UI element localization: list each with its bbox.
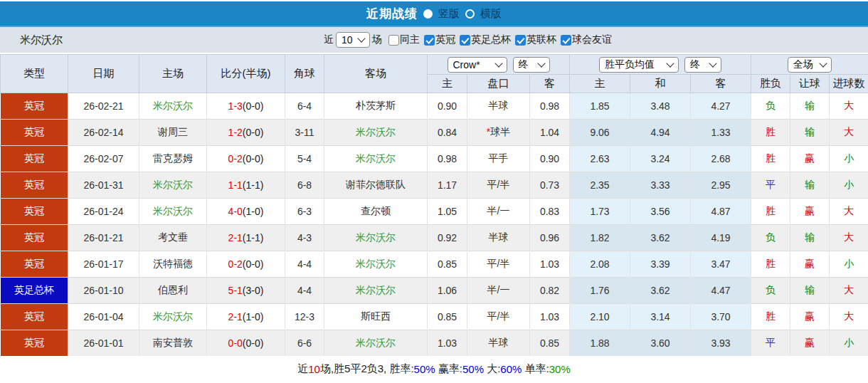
goals-result-cell: 小 [830, 251, 868, 278]
home-team-cell: 米尔沃尔 [139, 304, 207, 330]
home-team-cell: 谢周三 [139, 120, 207, 146]
goals-result-cell: 大 [830, 199, 868, 225]
handicap-result-cell: 赢 [790, 199, 830, 225]
ah-away-odds-cell: 0.73 [530, 172, 570, 199]
score-cell: 2-1(1-1) [207, 225, 285, 251]
avg-draw-cell: 3.39 [630, 251, 691, 278]
checkbox-checked[interactable] [515, 35, 526, 46]
league-type-badge: 英冠 [1, 225, 68, 251]
checkbox-label[interactable]: 英联杯 [526, 33, 556, 46]
radio-vertical-layout[interactable] [423, 9, 433, 19]
checkbox-label[interactable]: 同主 [400, 33, 420, 46]
avg-odds-group: 胜平负均值 终 [570, 55, 751, 75]
avg-away-cell: 2.68 [691, 146, 751, 172]
league-type-badge: 英冠 [1, 172, 68, 198]
corner-cell: 5-4 [285, 146, 324, 172]
col-header-date: 日期 [68, 55, 139, 93]
corner-cell: 4-3 [285, 225, 324, 251]
corner-cell: 12-3 [285, 304, 324, 330]
summary-segment: 30% [549, 363, 571, 375]
ah-away-odds-cell: 1.04 [530, 120, 570, 146]
league-type-cell: 英冠 [1, 225, 68, 251]
handicap-result-cell: 输 [790, 225, 830, 251]
goals-result-cell: 小 [830, 172, 868, 199]
league-type-badge: 英冠 [1, 93, 68, 119]
date-cell: 26-02-21 [68, 93, 139, 120]
checkbox-unchecked[interactable] [388, 35, 399, 46]
score-cell: 0-2(0-0) [207, 146, 285, 172]
summary-segment: 50% [414, 363, 435, 375]
match-scope-select[interactable]: 全场 [788, 57, 832, 73]
fulltime-score: 5-1 [228, 285, 243, 296]
score-cell: 4-0(1-0) [207, 199, 285, 225]
avg-final-select[interactable]: 终 [684, 57, 721, 73]
date-cell: 26-01-01 [68, 330, 139, 357]
checkbox-checked[interactable] [561, 35, 571, 46]
odds-final-select[interactable]: 终 [513, 57, 550, 73]
away-team-cell: 查尔顿 [324, 199, 428, 225]
league-type-cell: 英冠 [1, 172, 68, 199]
avg-away-cell: 4.19 [691, 225, 751, 251]
ah-line-cell: 平手 [467, 146, 530, 172]
ah-line-cell: 半球 [467, 225, 530, 251]
col-header-away: 客场 [324, 55, 428, 93]
avg-home-cell: 1.76 [570, 278, 630, 304]
corner-cell: 6-6 [285, 330, 324, 357]
league-type-cell: 英足总杯 [1, 278, 68, 304]
league-type-badge: 英冠 [1, 146, 68, 172]
scope-group: 全场 [751, 55, 868, 75]
away-team-cell: 米尔沃尔 [324, 225, 428, 251]
checkbox-checked[interactable] [460, 35, 470, 46]
date-cell: 26-01-17 [68, 251, 139, 278]
col-header-corner: 角球 [285, 55, 324, 93]
handicap-result-cell: 赢 [790, 304, 830, 330]
summary-segment: 赢率: [435, 362, 462, 376]
league-type-badge: 英冠 [1, 251, 68, 277]
halftime-score: (0-0) [243, 258, 264, 270]
ah-home-odds-cell: 0.90 [428, 93, 467, 120]
corner-cell: 3-11 [285, 120, 324, 146]
avg-draw-cell: 3.24 [630, 146, 691, 172]
avg-draw-cell: 3.48 [630, 93, 691, 120]
checkbox-label[interactable]: 英足总杯 [471, 33, 511, 46]
filter-checkboxes: 同主英冠英足总杯英联杯球会友谊 [384, 33, 612, 46]
recent-count-select[interactable]: 10 [336, 32, 370, 48]
avg-home-cell: 1.85 [570, 93, 630, 120]
subheader-handicap: 让球 [790, 75, 830, 93]
avg-home-cell: 1.82 [570, 225, 630, 251]
avg-draw-cell: 3.60 [630, 330, 691, 357]
ah-line-cell: 半/一 [467, 278, 530, 304]
league-type-cell: 英冠 [1, 146, 68, 172]
ah-line-cell: 半球 [467, 93, 530, 120]
odds-company-select[interactable]: Crow* [448, 57, 507, 73]
avg-home-cell: 9.06 [570, 120, 630, 146]
league-type-cell: 英冠 [1, 330, 68, 357]
avg-away-cell: 2.95 [691, 172, 751, 199]
avg-odds-value: 胜平负均值 [605, 58, 655, 71]
league-type-cell: 英冠 [1, 93, 68, 120]
ah-away-odds-cell: 0.90 [530, 146, 570, 172]
avg-odds-select[interactable]: 胜平负均值 [599, 57, 679, 73]
result-cell: 胜 [751, 146, 790, 172]
chevron-down-icon [494, 59, 502, 67]
radio-horizontal-label[interactable]: 横版 [480, 7, 502, 21]
home-team-cell: 米尔沃尔 [139, 172, 207, 199]
radio-horizontal-layout[interactable] [465, 9, 475, 19]
results-tbody: 英冠26-02-21米尔沃尔1-3(0-0)6-4朴茨茅斯0.90半球0.981… [1, 93, 868, 357]
avg-home-cell: 2.10 [570, 304, 630, 330]
handicap-result-cell: 输 [790, 120, 830, 146]
table-row: 英冠26-01-21考文垂2-1(1-1)4-3米尔沃尔0.92半球0.961.… [1, 225, 868, 251]
corner-cell: 4-4 [285, 251, 324, 278]
matches-label: 场 [372, 33, 382, 46]
result-cell: 胜 [751, 199, 790, 225]
avg-away-cell: 1.33 [691, 120, 751, 146]
checkbox-checked[interactable] [424, 35, 435, 46]
checkbox-label[interactable]: 球会友谊 [572, 33, 612, 46]
odds-final-value: 终 [519, 58, 529, 71]
radio-vertical-label[interactable]: 竖版 [438, 7, 460, 21]
league-type-cell: 英冠 [1, 251, 68, 278]
checkbox-label[interactable]: 英冠 [435, 33, 455, 46]
handicap-result-cell: 赢 [790, 251, 830, 278]
date-cell: 26-01-10 [68, 278, 139, 304]
summary-segment: 近 [297, 362, 308, 376]
